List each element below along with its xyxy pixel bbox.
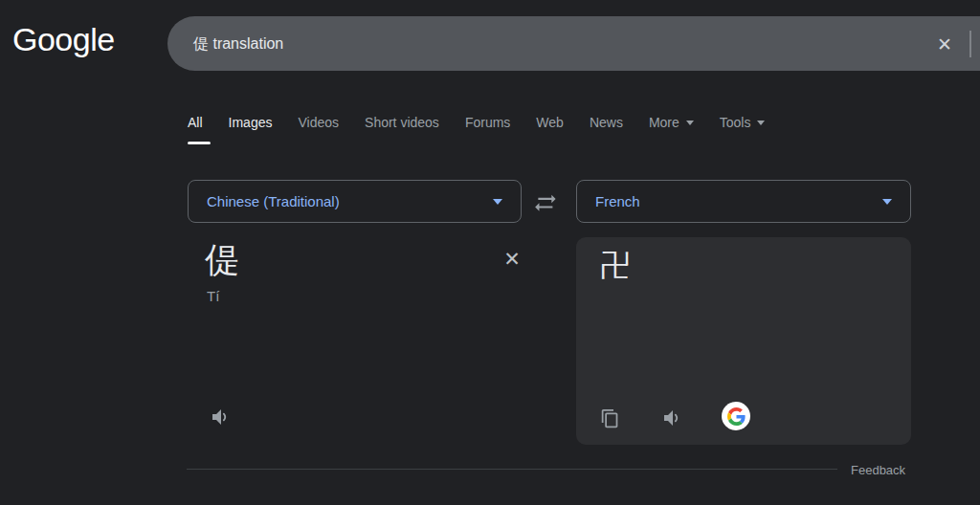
tab-label: Tools bbox=[720, 115, 751, 130]
tab-tools[interactable]: Tools bbox=[720, 115, 766, 144]
tab-images[interactable]: Images bbox=[229, 115, 273, 144]
tab-label: Videos bbox=[298, 115, 339, 130]
tab-short-videos[interactable]: Short videos bbox=[365, 115, 439, 144]
search-bar-divider bbox=[969, 31, 971, 57]
tab-label: More bbox=[649, 115, 679, 130]
target-language-label: French bbox=[595, 193, 640, 209]
feedback-link[interactable]: Feedback bbox=[851, 463, 905, 477]
copy-icon bbox=[600, 408, 620, 428]
clear-search-icon[interactable]: ✕ bbox=[932, 33, 957, 55]
tab-label: Forums bbox=[465, 115, 510, 130]
source-language-select[interactable]: Chinese (Traditional) bbox=[188, 180, 522, 223]
translation-result-box: 卍 bbox=[576, 237, 911, 445]
clear-source-text-icon[interactable]: ✕ bbox=[499, 248, 525, 271]
listen-translation-button[interactable] bbox=[661, 406, 684, 429]
active-tab-underline bbox=[188, 142, 211, 144]
target-language-select[interactable]: French bbox=[576, 180, 911, 223]
tab-label: Web bbox=[536, 115, 564, 130]
search-bar[interactable]: 偍 translation ✕ bbox=[167, 16, 980, 71]
listen-source-button[interactable] bbox=[210, 406, 233, 428]
tab-label: Images bbox=[229, 115, 273, 130]
chevron-down-icon bbox=[493, 199, 502, 205]
tab-more[interactable]: More bbox=[649, 115, 694, 144]
chevron-down-icon bbox=[757, 121, 765, 125]
chevron-down-icon bbox=[686, 121, 694, 125]
swap-languages-button[interactable] bbox=[533, 188, 562, 215]
bottom-divider bbox=[187, 469, 837, 470]
chevron-down-icon bbox=[882, 199, 892, 205]
speaker-icon bbox=[661, 406, 684, 429]
tab-all[interactable]: All bbox=[188, 115, 203, 144]
source-language-label: Chinese (Traditional) bbox=[207, 193, 340, 209]
google-g-icon bbox=[727, 407, 746, 426]
search-input[interactable]: 偍 translation bbox=[193, 33, 283, 54]
source-text[interactable]: 偍 bbox=[205, 239, 239, 280]
tab-videos[interactable]: Videos bbox=[298, 115, 339, 144]
swap-arrows-icon bbox=[533, 188, 560, 215]
google-logo[interactable]: Google bbox=[12, 21, 115, 58]
tab-news[interactable]: News bbox=[590, 115, 623, 144]
tab-label: All bbox=[188, 115, 203, 130]
speaker-icon bbox=[210, 406, 233, 428]
tab-label: News bbox=[590, 115, 623, 130]
source-pronunciation: Tí bbox=[207, 288, 219, 304]
tab-web[interactable]: Web bbox=[536, 115, 564, 144]
tab-label: Short videos bbox=[365, 115, 439, 130]
search-result-tabs: All Images Videos Short videos Forums We… bbox=[188, 115, 765, 144]
translated-text[interactable]: 卍 bbox=[600, 247, 631, 283]
copy-translation-button[interactable] bbox=[600, 408, 620, 428]
google-translate-badge[interactable] bbox=[722, 402, 750, 430]
tab-forums[interactable]: Forums bbox=[465, 115, 510, 144]
